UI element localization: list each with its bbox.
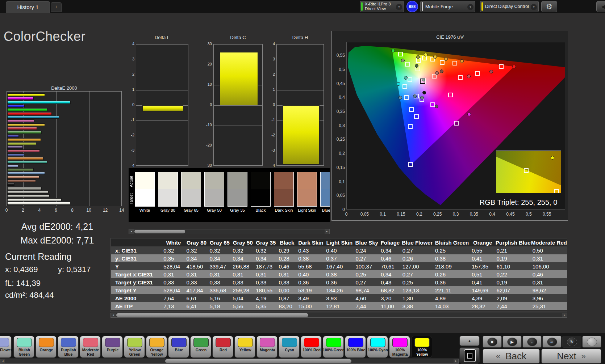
swatch-target-color (135, 189, 154, 206)
swatch-gray-50[interactable] (204, 172, 224, 207)
scroll-right-arrow-icon[interactable]: ▸ (325, 229, 329, 234)
table-cell: 0,24 (354, 246, 379, 254)
pattern-button-blue[interactable]: Blue (168, 336, 189, 358)
pattern-button-100-blue[interactable]: 100% Blue (345, 336, 366, 358)
pattern-window-button[interactable] (459, 347, 480, 364)
deltae-bar-100-magenta (7, 97, 34, 100)
table-cell: 0,27 (401, 270, 434, 278)
pattern-button-red[interactable]: Red (212, 336, 233, 358)
pattern-button-cyan[interactable]: Cyan (279, 336, 300, 358)
pattern-button-bluish-green[interactable]: Bluish Green (13, 336, 34, 358)
cie-x-tick-label: 0,5 (521, 212, 536, 217)
pattern-button-blue-flower[interactable]: Blue Flower (0, 336, 12, 358)
swatch-white[interactable] (135, 172, 155, 207)
chevron-down-icon[interactable]: ▼ (531, 4, 537, 10)
swatch-actual-color (205, 172, 224, 189)
swatch-gray-65[interactable] (181, 172, 201, 207)
scroll-right-arrow-icon[interactable]: ▸ (454, 359, 458, 363)
scroll-left-arrow-icon[interactable]: ◂ (0, 359, 5, 363)
swatch-dark-skin[interactable] (274, 172, 294, 207)
inactive-button[interactable] (582, 336, 601, 348)
scrollbar-thumb[interactable] (165, 359, 351, 363)
back-button[interactable]: « Back (483, 349, 540, 364)
swatch-gray-80[interactable] (158, 172, 178, 207)
collapse-panel-button[interactable]: ◀ (596, 1, 605, 12)
page-title: ColorChecker (4, 29, 85, 44)
pattern-button-magenta[interactable]: Magenta (256, 336, 278, 358)
table-cell: 0,36 (325, 278, 354, 286)
table-cell: 0,46 (531, 270, 567, 278)
cie-measurement-dot (435, 71, 439, 75)
add-tab-button[interactable]: + (51, 2, 62, 12)
current-fl-value: fL: 141,39 (5, 279, 41, 288)
deltae-bar-100-green (7, 108, 47, 111)
pattern-button-100-yellow[interactable]: 100% Yellow (411, 336, 432, 358)
pattern-list-scrollbar[interactable]: ◂▸ (0, 359, 459, 364)
pattern-button-purple[interactable]: Purple (102, 336, 123, 358)
scroll-left-arrow-icon[interactable]: ◂ (111, 313, 116, 317)
swatch-strip-scrollbar[interactable]: ◂▸ (129, 229, 330, 234)
swatch-black[interactable] (251, 172, 271, 207)
delta-y-tick-label: 3 (262, 57, 275, 61)
pattern-button-moderate-red[interactable]: Moderate Red (80, 336, 101, 358)
meter-selector[interactable]: X-Rite i1Pro 3 Direct View ▼ (360, 1, 404, 12)
table-cell: 11,00 (379, 302, 401, 310)
play-button[interactable]: ▶ (502, 336, 522, 348)
table-scrollbar[interactable]: ◂▸ (110, 313, 567, 318)
delta-y-tick-label: -2 (121, 133, 134, 137)
table-cell: 0,43 (297, 246, 325, 254)
pattern-button-100-green[interactable]: 100% Green (323, 336, 344, 358)
step-button[interactable]: ↔ (522, 336, 542, 348)
scroll-right-arrow-icon[interactable]: ▸ (562, 313, 567, 317)
pattern-color-chip (392, 338, 408, 347)
pattern-color-chip (370, 338, 385, 347)
loop-button[interactable]: ∞ (542, 336, 562, 348)
pattern-button-orange-yellow[interactable]: Orange Yellow (146, 336, 167, 358)
pattern-button-yellow-green[interactable]: Yellow Green (124, 336, 145, 358)
next-button[interactable]: Next » (541, 349, 601, 364)
pattern-button-100-magenta[interactable]: 100% Magenta (389, 336, 410, 358)
cie-target-square (422, 56, 427, 60)
cie-y-tick-label: 0,05 (333, 193, 345, 198)
delta-y-tick-label: -30 (199, 163, 212, 168)
pattern-color-chip (260, 338, 275, 347)
chevron-down-icon[interactable]: ▼ (396, 4, 402, 10)
stop-button[interactable]: ■ (483, 336, 502, 348)
pattern-button-orange[interactable]: Orange (36, 336, 57, 358)
cie-target-square (408, 162, 413, 167)
scrollbar-thumb[interactable] (116, 313, 308, 317)
scroll-left-arrow-icon[interactable]: ◂ (129, 229, 134, 234)
target-row-label: Target (129, 191, 134, 207)
table-cell: 157,35 (470, 262, 495, 270)
table-cell: 0,37 (325, 254, 354, 262)
repeat-button[interactable]: ↻ (562, 336, 581, 348)
table-row-label: Y (111, 262, 162, 270)
pattern-button-green[interactable]: Green (190, 336, 211, 358)
gear-icon[interactable]: ⚙ (541, 1, 557, 12)
pattern-button-label: Cyan (278, 348, 301, 352)
table-cell: 149,69 (470, 286, 495, 294)
swatch-blue-sky[interactable] (320, 172, 330, 207)
scrollbar-thumb[interactable] (134, 230, 185, 233)
cie-measurement-dot (467, 75, 471, 78)
delta-y-tick-label: 20 (199, 62, 212, 66)
chevron-down-icon[interactable]: ▼ (467, 4, 473, 10)
pattern-button-yellow[interactable]: Yellow (234, 336, 255, 358)
swatch-gray-35[interactable] (228, 172, 247, 207)
cie-selected-target-square[interactable] (420, 79, 425, 84)
pattern-button-purplish-blue[interactable]: Purplish Blue (58, 336, 79, 358)
swatch-light-skin[interactable] (297, 172, 317, 207)
display-control-selector[interactable]: Direct Display Control ▼ (480, 1, 539, 12)
table-cell: 0,36 (434, 278, 470, 286)
pattern-button-100-red[interactable]: 100% Red (301, 336, 322, 358)
pattern-button-100-cyan[interactable]: 100% Cyan (367, 336, 388, 358)
cie-y-tick-label: 0,2 (333, 151, 345, 156)
workflow-selector[interactable]: Mobile Forge ▼ (420, 1, 475, 12)
swatch-actual-color (274, 172, 293, 189)
expand-pattern-list-button[interactable]: ▲ (459, 336, 480, 346)
meter-label: X-Rite i1Pro 3 Direct View (365, 1, 394, 12)
tab-history-1[interactable]: History 1 (6, 1, 50, 13)
cie-y-tick-label: 0,55 (333, 53, 345, 58)
table-cell: 528,04 (162, 262, 185, 270)
swatch-label: Gray 50 (201, 208, 227, 212)
